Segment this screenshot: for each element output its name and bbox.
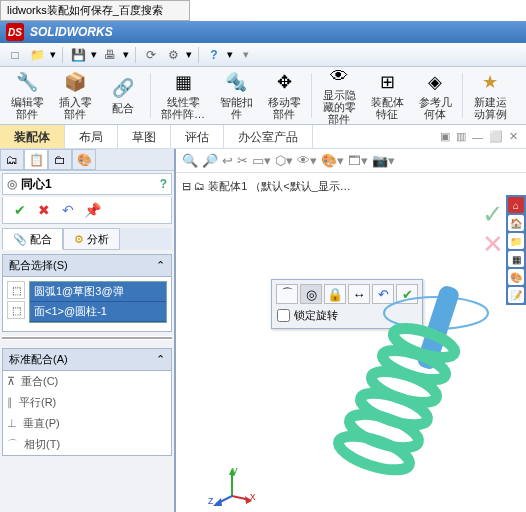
viewport-icon[interactable]: ▣ (440, 130, 450, 143)
appearance-tab[interactable]: 🎨 (72, 149, 96, 170)
title-bar: DS SOLIDWORKS (0, 21, 526, 43)
tab-office[interactable]: 办公室产品 (224, 125, 313, 148)
parallel-icon: ∥ (7, 396, 13, 409)
hide-show-icon[interactable]: 👁▾ (297, 153, 317, 168)
zoom-fit-icon[interactable]: 🔍 (182, 153, 198, 168)
help-dropdown-icon[interactable]: ? (205, 46, 223, 64)
move-icon: ✥ (272, 71, 296, 94)
cancel-button[interactable]: ✖ (35, 201, 53, 219)
ref-geom-icon: ◈ (423, 71, 447, 94)
mate-selection-header[interactable]: 配合选择(S) ⌃ (2, 254, 172, 277)
close-doc-icon[interactable]: ✕ (509, 130, 518, 143)
open-file-icon[interactable]: 📁 (28, 46, 46, 64)
subtab-mate[interactable]: 📎配合 (2, 228, 63, 250)
prev-view-icon[interactable]: ↩ (222, 153, 233, 168)
parallel-mate[interactable]: ∥平行(R) (3, 392, 171, 413)
quick-access-toolbar: □ 📁▾ 💾▾ 🖶▾ ⟳ ⚙▾ ?▾ ▾ (0, 43, 526, 67)
rebuild-icon[interactable]: ⟳ (142, 46, 160, 64)
undo-button[interactable]: ↶ (59, 201, 77, 219)
tangent-small-icon[interactable]: ⌒ (276, 284, 298, 304)
reference-geometry-button[interactable]: ◈参考几何体 (412, 69, 458, 122)
move-component-button[interactable]: ✥移动零部件 (261, 69, 307, 122)
command-ribbon: 🔧编辑零部件 📦插入零部件 🔗配合 ▦线性零部件阵… 🔩智能扣件 ✥移动零部件 … (0, 67, 526, 125)
assembly-features-button[interactable]: ⊞装配体特征 (364, 69, 410, 122)
features-icon: ⊞ (375, 71, 399, 94)
app-title: SOLIDWORKS (30, 25, 113, 39)
property-title: 同心1 (21, 176, 52, 193)
coincident-mate[interactable]: ⊼重合(C) (3, 371, 171, 392)
subtab-analysis[interactable]: ⚙分析 (63, 228, 120, 250)
maximize-doc-icon[interactable]: ⬜ (489, 130, 503, 143)
edit-component-button[interactable]: 🔧编辑零部件 (4, 69, 50, 122)
help-icon[interactable]: ? (160, 177, 167, 191)
mate-icon: 🔗 (111, 76, 135, 100)
linear-pattern-button[interactable]: ▦线性零部件阵… (155, 69, 211, 122)
appearance-icon[interactable]: 🎨▾ (321, 153, 344, 168)
pushpin-button[interactable]: 📌 (83, 201, 101, 219)
entity-icon[interactable]: ⬚ (7, 281, 25, 299)
insert-component-button[interactable]: 📦插入零部件 (52, 69, 98, 122)
tab-evaluate[interactable]: 评估 (171, 125, 224, 148)
file-explorer-icon[interactable]: 📁 (508, 233, 524, 249)
tab-layout[interactable]: 布局 (65, 125, 118, 148)
pattern-icon: ▦ (171, 71, 195, 94)
tab-sketch[interactable]: 草图 (118, 125, 171, 148)
entity-icon[interactable]: ⬚ (7, 301, 25, 319)
tangent-mate[interactable]: ⌒相切(T) (3, 434, 171, 455)
zoom-area-icon[interactable]: 🔎 (202, 153, 218, 168)
coordinate-triad: y x z (212, 466, 252, 508)
property-tab[interactable]: 📋 (24, 149, 48, 170)
gear-icon: ⚙ (74, 233, 84, 246)
config-tab[interactable]: 🗀 (48, 149, 72, 170)
appearances-icon[interactable]: 🎨 (508, 269, 524, 285)
standard-mates-header[interactable]: 标准配合(A) ⌃ (2, 348, 172, 371)
reject-preview-icon[interactable]: ✕ (482, 229, 504, 260)
motion-icon: ★ (478, 71, 502, 94)
minimize-doc-icon[interactable]: — (472, 131, 483, 143)
render-icon[interactable]: 📷▾ (372, 153, 395, 168)
resources-icon[interactable]: ⌂ (508, 197, 524, 213)
selection-list[interactable]: 圆弧1@草图3@弹 面<1>@圆柱-1 (29, 281, 167, 323)
display-style-icon[interactable]: ▭▾ (252, 153, 271, 168)
svg-point-8 (335, 429, 413, 477)
feature-tree-tab[interactable]: 🗂 (0, 149, 24, 170)
collapse-icon: ⌃ (156, 353, 165, 366)
selection-item[interactable]: 圆弧1@草图3@弹 (30, 282, 166, 302)
fastener-icon: 🔩 (224, 71, 248, 94)
concentric-icon: ◎ (7, 177, 17, 191)
edit-component-icon: 🔧 (15, 71, 39, 94)
property-title-bar: ◎ 同心1 ? (2, 173, 172, 195)
tab-assembly[interactable]: 装配体 (0, 125, 65, 148)
options-icon[interactable]: ⚙ (164, 46, 182, 64)
design-lib-icon[interactable]: 🏠 (508, 215, 524, 231)
ok-button[interactable]: ✔ (11, 201, 29, 219)
insert-component-icon: 📦 (63, 71, 87, 94)
view-orient-icon[interactable]: ⬡▾ (275, 153, 293, 168)
collapse-icon: ⌃ (156, 259, 165, 272)
splitter[interactable] (2, 336, 172, 340)
coincident-icon: ⊼ (7, 375, 15, 388)
perpendicular-mate[interactable]: ⊥垂直(P) (3, 413, 171, 434)
browser-tab-title: lidworks装配如何保存_百度搜索 (0, 0, 190, 21)
scene-icon[interactable]: 🗔▾ (348, 153, 368, 168)
mate-button[interactable]: 🔗配合 (100, 69, 146, 122)
new-file-icon[interactable]: □ (6, 46, 24, 64)
visibility-icon: 👁 (327, 66, 351, 87)
view-palette-icon[interactable]: ▦ (508, 251, 524, 267)
view-toolbar: 🔍 🔎 ↩ ✂ ▭▾ ⬡▾ 👁▾ 🎨▾ 🗔▾ 📷▾ (176, 149, 526, 173)
model-spring-graphic (306, 273, 496, 488)
save-icon[interactable]: 💾 (69, 46, 87, 64)
show-hidden-button[interactable]: 👁显示隐藏的零部件 (316, 69, 362, 122)
smart-fasteners-button[interactable]: 🔩智能扣件 (213, 69, 259, 122)
accept-preview-icon[interactable]: ✓ (482, 199, 504, 230)
flyout-tree-root[interactable]: ⊟ 🗂 装配体1 （默认<默认_显示… (182, 179, 351, 194)
graphics-area[interactable]: 🔍 🔎 ↩ ✂ ▭▾ ⬡▾ 👁▾ 🎨▾ 🗔▾ 📷▾ ⊟ 🗂 装配体1 （默认<默… (176, 149, 526, 512)
new-motion-study-button[interactable]: ★新建运动算例 (467, 69, 513, 122)
selection-item[interactable]: 面<1>@圆柱-1 (30, 302, 166, 322)
tangent-icon: ⌒ (7, 437, 18, 452)
viewport-icon[interactable]: ▥ (456, 130, 466, 143)
print-icon[interactable]: 🖶 (101, 46, 119, 64)
custom-props-icon[interactable]: 📝 (508, 287, 524, 303)
section-icon[interactable]: ✂ (237, 153, 248, 168)
task-pane: ⌂ 🏠 📁 ▦ 🎨 📝 (506, 195, 526, 305)
